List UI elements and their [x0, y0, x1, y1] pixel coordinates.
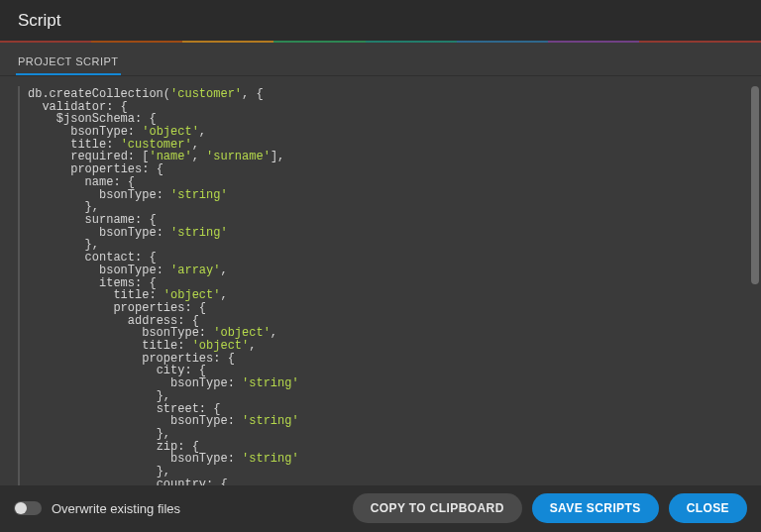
code-text: db.createCollection('customer', { valida…: [28, 88, 753, 485]
tab-strip: PROJECT SCRIPT: [0, 47, 761, 76]
tab-project-script[interactable]: PROJECT SCRIPT: [16, 50, 121, 75]
accent-divider: [0, 41, 761, 43]
toggle-knob: [15, 502, 27, 514]
vertical-scrollbar[interactable]: [751, 86, 759, 284]
window-title: Script: [18, 11, 60, 31]
overwrite-label: Overwrite existing files: [52, 501, 180, 516]
close-button[interactable]: CLOSE: [669, 493, 747, 523]
copy-to-clipboard-button[interactable]: COPY TO CLIPBOARD: [353, 493, 522, 523]
overwrite-toggle[interactable]: [14, 501, 42, 515]
save-scripts-button[interactable]: SAVE SCRIPTS: [532, 493, 659, 523]
code-editor[interactable]: db.createCollection('customer', { valida…: [18, 86, 753, 485]
footer-bar: Overwrite existing files COPY TO CLIPBOA…: [0, 485, 761, 532]
titlebar: Script: [0, 0, 761, 41]
content-area: db.createCollection('customer', { valida…: [0, 76, 761, 485]
script-dialog: Script PROJECT SCRIPT db.createCollectio…: [0, 0, 761, 532]
